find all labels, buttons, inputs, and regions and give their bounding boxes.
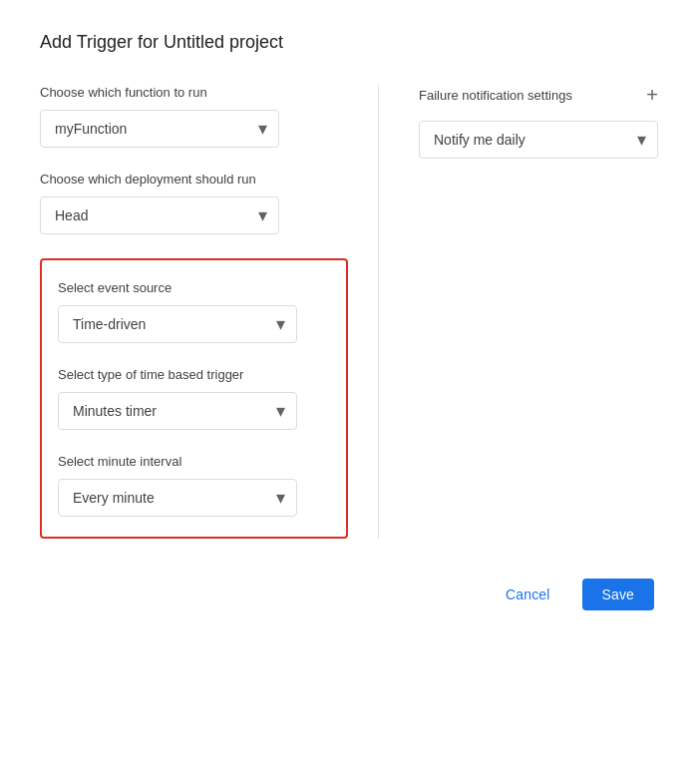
event-source-select-wrapper: Time-driven ▾ (58, 305, 297, 343)
deployment-select-wrapper: Head ▾ (40, 196, 279, 234)
function-select-wrapper: myFunction ▾ (40, 110, 279, 148)
trigger-type-label: Select type of time based trigger (58, 367, 330, 382)
failure-notification-label: Failure notification settings (419, 88, 572, 103)
minute-interval-select-wrapper: Every minute ▾ (58, 479, 297, 517)
right-column: Failure notification settings + Notify m… (379, 85, 658, 539)
dialog-title: Add Trigger for Untitled project (40, 32, 654, 53)
event-source-box: Select event source Time-driven ▾ Select… (40, 258, 348, 539)
notify-select-wrapper: Notify me daily ▾ (419, 121, 658, 159)
event-source-select[interactable]: Time-driven (58, 305, 297, 343)
function-select[interactable]: myFunction (40, 110, 279, 148)
event-source-label: Select event source (58, 280, 330, 295)
notify-group: Notify me daily ▾ (419, 121, 658, 159)
deployment-label: Choose which deployment should run (40, 172, 348, 187)
notify-select[interactable]: Notify me daily (419, 121, 658, 159)
trigger-type-select[interactable]: Minutes timer (58, 392, 297, 430)
event-source-group: Select event source Time-driven ▾ (58, 280, 330, 343)
deployment-group: Choose which deployment should run Head … (40, 172, 348, 234)
save-button[interactable]: Save (582, 579, 654, 610)
failure-notification-header: Failure notification settings + (419, 85, 658, 105)
cancel-button[interactable]: Cancel (490, 579, 565, 610)
trigger-type-group: Select type of time based trigger Minute… (58, 367, 330, 430)
minute-interval-select[interactable]: Every minute (58, 479, 297, 517)
dialog-footer: Cancel Save (40, 579, 654, 610)
trigger-type-select-wrapper: Minutes timer ▾ (58, 392, 297, 430)
minute-interval-group: Select minute interval Every minute ▾ (58, 454, 330, 517)
minute-interval-label: Select minute interval (58, 454, 330, 469)
add-trigger-dialog: Add Trigger for Untitled project Choose … (0, 0, 694, 784)
deployment-select[interactable]: Head (40, 196, 279, 234)
function-label: Choose which function to run (40, 85, 348, 100)
function-group: Choose which function to run myFunction … (40, 85, 348, 148)
add-notification-button[interactable]: + (646, 85, 658, 105)
content-area: Choose which function to run myFunction … (40, 85, 654, 539)
left-column: Choose which function to run myFunction … (40, 85, 379, 539)
